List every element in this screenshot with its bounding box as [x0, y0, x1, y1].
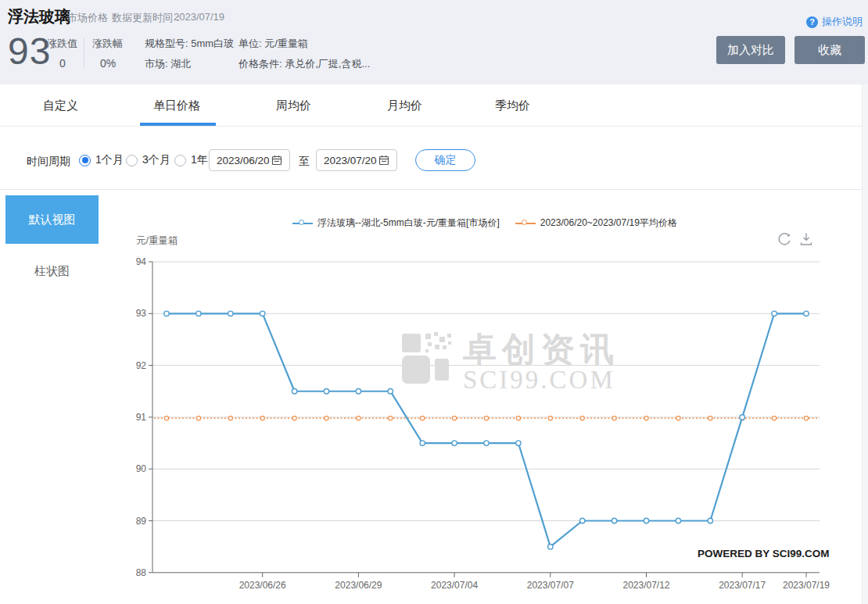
- radio-unselected-icon: [174, 155, 186, 166]
- page-title: 浮法玻璃: [8, 6, 70, 27]
- filter-panel: 时间周期 1个月 3个月 1年 2023/06/20 至 2023/07/20: [0, 127, 868, 190]
- radio-3-month[interactable]: 3个月: [126, 153, 170, 167]
- svg-text:2023/07/19: 2023/07/19: [783, 580, 830, 591]
- price-condition-label: 价格条件: 承兑价,厂提,含税...: [239, 57, 370, 71]
- tab-daily-price[interactable]: 单日价格: [153, 98, 200, 113]
- svg-text:92: 92: [136, 360, 147, 371]
- svg-text:2023/07/04: 2023/07/04: [431, 580, 478, 591]
- confirm-button[interactable]: 确定: [415, 149, 475, 171]
- tab-monthly-avg[interactable]: 月均价: [387, 98, 422, 113]
- price-line-chart[interactable]: 949392919089882023/06/262023/06/292023/0…: [0, 190, 868, 604]
- svg-text:90: 90: [136, 463, 147, 474]
- current-price: 93: [8, 30, 51, 73]
- radio-1-month[interactable]: 1个月: [79, 153, 124, 167]
- help-link[interactable]: ? 操作说明: [806, 15, 863, 29]
- svg-text:2023/07/07: 2023/07/07: [527, 580, 574, 591]
- radio-label: 1个月: [95, 153, 124, 167]
- svg-text:88: 88: [136, 567, 147, 578]
- active-tab-indicator: [140, 123, 216, 126]
- scrollbar[interactable]: [862, 84, 868, 604]
- start-date-value: 2023/06/20: [217, 155, 270, 166]
- update-time-label: 数据更新时间：: [112, 11, 183, 25]
- radio-1-year[interactable]: 1年: [174, 153, 208, 167]
- change-pct-label: 涨跌幅: [92, 37, 123, 51]
- question-icon: ?: [806, 16, 818, 28]
- tab-custom[interactable]: 自定义: [43, 98, 78, 113]
- unit-label: 单位: 元/重量箱: [239, 37, 308, 51]
- start-date-input[interactable]: 2023/06/20: [209, 149, 290, 171]
- radio-unselected-icon: [126, 155, 138, 166]
- tab-bar: 自定义 单日价格 周均价 月均价 季均价: [0, 84, 868, 127]
- change-pct-value: 0%: [100, 57, 116, 70]
- divider: [84, 38, 84, 67]
- radio-label: 1年: [191, 153, 208, 167]
- svg-text:2023/06/26: 2023/06/26: [239, 580, 286, 591]
- add-compare-button[interactable]: 加入对比: [716, 36, 785, 64]
- radio-selected-icon: [79, 155, 91, 166]
- svg-text:93: 93: [136, 308, 147, 319]
- help-label: 操作说明: [822, 15, 863, 29]
- period-label: 时间周期: [27, 155, 70, 169]
- end-date-value: 2023/07/20: [324, 155, 377, 166]
- change-label: 涨跌值: [47, 37, 77, 51]
- tab-quarterly-avg[interactable]: 季均价: [495, 98, 530, 113]
- spec-label: 规格型号: 5mm白玻: [145, 37, 234, 51]
- update-time-value: 2023/07/19: [174, 11, 224, 23]
- header: 浮法玻璃 市场价格 数据更新时间： 2023/07/19 ? 操作说明 93 涨…: [0, 0, 868, 84]
- svg-text:2023/07/12: 2023/07/12: [622, 580, 669, 591]
- chart-panel: 默认视图 柱状图 浮法玻璃--湖北-5mm白玻-元/重量箱[市场价] 2023/…: [0, 190, 868, 604]
- price-type-label: 市场价格: [67, 11, 108, 25]
- change-value: 0: [59, 57, 66, 70]
- svg-text:2023/07/17: 2023/07/17: [719, 580, 766, 591]
- end-date-input[interactable]: 2023/07/20: [316, 149, 397, 171]
- powered-by-label: POWERED BY SCI99.COM: [698, 548, 830, 559]
- radio-label: 3个月: [142, 153, 170, 167]
- date-range-to-label: 至: [299, 155, 310, 169]
- svg-text:94: 94: [136, 256, 147, 267]
- svg-text:91: 91: [136, 412, 147, 423]
- calendar-icon: [378, 155, 389, 166]
- market-label: 市场: 湖北: [145, 57, 191, 71]
- tab-weekly-avg[interactable]: 周均价: [276, 98, 311, 113]
- calendar-icon: [271, 155, 282, 166]
- svg-text:89: 89: [136, 516, 147, 527]
- favorite-button[interactable]: 收藏: [794, 36, 865, 64]
- svg-text:2023/06/29: 2023/06/29: [335, 580, 382, 591]
